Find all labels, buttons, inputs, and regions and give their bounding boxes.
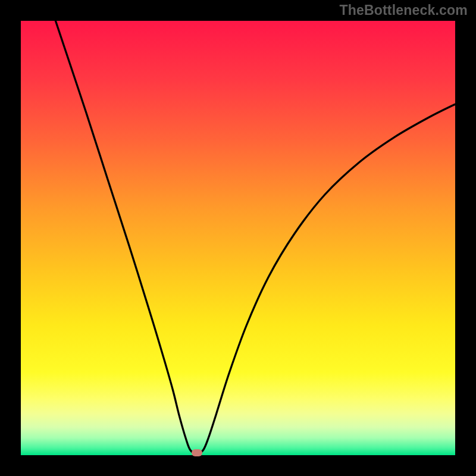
watermark-label: TheBottleneck.com bbox=[339, 2, 468, 18]
curve-layer bbox=[21, 21, 455, 455]
minimum-marker bbox=[192, 449, 202, 456]
bottleneck-curve bbox=[55, 21, 455, 454]
chart-frame: TheBottleneck.com bbox=[0, 0, 476, 476]
